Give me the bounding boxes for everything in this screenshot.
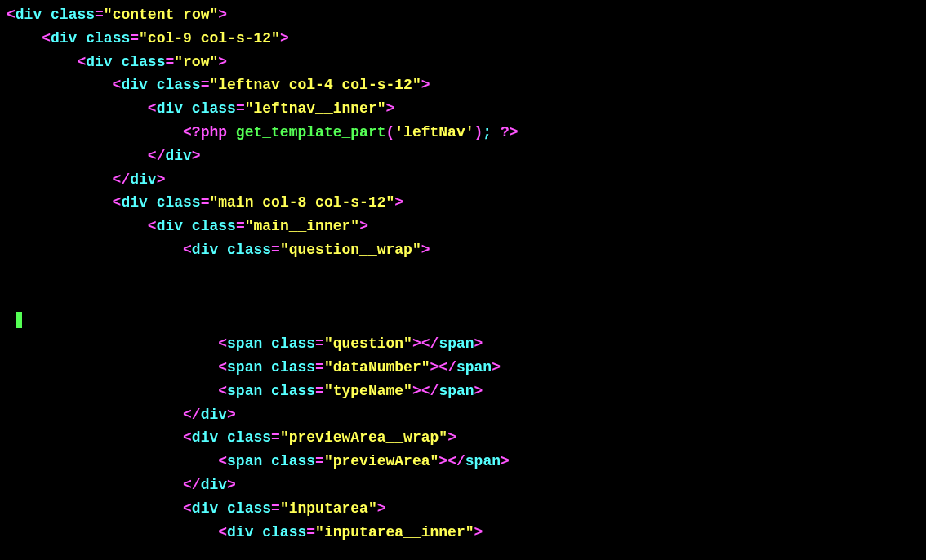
code-line: <div class="inputarea">	[7, 497, 919, 521]
text-cursor-icon	[16, 312, 23, 329]
code-line: <div class="question__wrap">	[7, 238, 919, 262]
cursor-line	[7, 309, 919, 332]
code-line: <span class="question"></span>	[7, 332, 919, 356]
code-line: </div>	[7, 473, 919, 497]
code-line: <span class="typeName"></span>	[7, 380, 919, 403]
code-line: <div class="previewArea__wrap">	[7, 426, 919, 450]
code-line: <div class="content row">	[7, 3, 919, 27]
code-line: </div>	[7, 403, 919, 427]
code-editor[interactable]: <div class="content row"> <div class="co…	[7, 3, 919, 544]
code-line: <div class="leftnav col-4 col-s-12">	[7, 73, 919, 97]
code-line: </div>	[7, 144, 919, 168]
code-line: <div class="inputarea__inner">	[7, 521, 919, 544]
code-line: <div class="leftnav__inner">	[7, 97, 919, 121]
code-line	[7, 262, 919, 286]
code-line: </div>	[7, 168, 919, 192]
code-line: <span class="dataNumber"></span>	[7, 356, 919, 380]
code-line: <div class="main__inner">	[7, 215, 919, 238]
code-line: <div class="row">	[7, 51, 919, 74]
code-line	[7, 286, 919, 309]
code-line: <span class="previewArea"></span>	[7, 450, 919, 473]
code-line: <div class="col-9 col-s-12">	[7, 27, 919, 51]
code-line: <div class="main col-8 col-s-12">	[7, 191, 919, 215]
code-line: <?php get_template_part('leftNav'); ?>	[7, 121, 919, 144]
